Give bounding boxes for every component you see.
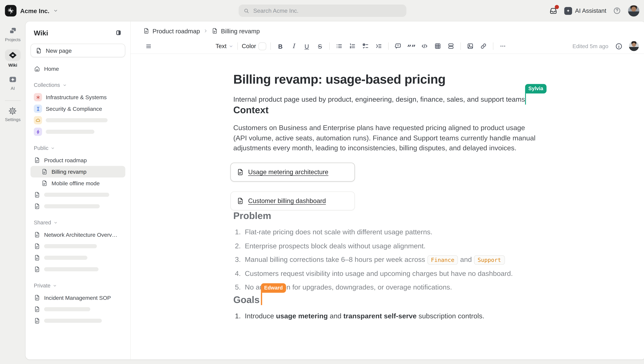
sidebar-item-skeleton[interactable] bbox=[31, 114, 125, 126]
breadcrumb-item[interactable]: Product roadmap bbox=[143, 28, 200, 34]
bullet-list-button[interactable] bbox=[334, 41, 345, 52]
ellipsis-icon bbox=[499, 42, 507, 50]
app-window: Acme Inc. AI Assistant bbox=[0, 0, 644, 364]
collapse-sidebar-button[interactable] bbox=[115, 29, 122, 38]
sidebar-title: Wiki bbox=[34, 29, 48, 38]
rail-item-settings[interactable]: Settings bbox=[5, 107, 21, 122]
search-input[interactable] bbox=[252, 7, 401, 14]
sidebar-item-skeleton[interactable] bbox=[31, 189, 125, 200]
document-body[interactable]: Billing revamp: usage-based pricing Inte… bbox=[131, 54, 644, 359]
ai-assistant-button[interactable]: AI Assistant bbox=[564, 7, 606, 15]
document-icon bbox=[237, 197, 244, 205]
sidebar-item-collection[interactable]: Security & Compliance bbox=[31, 103, 125, 114]
inbox-button[interactable] bbox=[549, 6, 558, 15]
code-button[interactable] bbox=[419, 41, 430, 52]
bold-button[interactable]: B bbox=[275, 41, 286, 52]
file-plus-icon bbox=[36, 47, 42, 54]
toolbar-divider bbox=[237, 42, 238, 50]
sidebar-item-skeleton[interactable] bbox=[31, 315, 125, 326]
table-icon bbox=[434, 42, 442, 50]
document-icon bbox=[41, 180, 48, 186]
skeleton-bar bbox=[46, 130, 94, 134]
chevron-down-icon bbox=[53, 8, 58, 13]
page-link-label: Usage metering architecture bbox=[248, 168, 328, 176]
color-swatch bbox=[258, 42, 266, 50]
new-page-label: New page bbox=[46, 47, 72, 54]
page-link-card[interactable]: Customer billing dashboard bbox=[230, 192, 355, 210]
page-info-button[interactable] bbox=[613, 41, 624, 52]
sidebar-item-skeleton[interactable] bbox=[31, 252, 125, 264]
image-button[interactable] bbox=[465, 41, 476, 52]
search-icon bbox=[243, 8, 249, 14]
section-header-public[interactable]: Public bbox=[34, 145, 122, 151]
split-rows-icon bbox=[447, 42, 455, 50]
color-dropdown[interactable]: Color bbox=[242, 42, 266, 50]
org-logo-icon bbox=[5, 5, 17, 16]
list-item: 3. Manual billing corrections take 6–8 h… bbox=[233, 255, 546, 265]
sidebar-item-skeleton[interactable] bbox=[31, 200, 125, 212]
block-menu-button[interactable] bbox=[143, 41, 154, 52]
underline-button[interactable]: U bbox=[301, 41, 312, 52]
rail-divider bbox=[5, 100, 21, 101]
sidebar-item-home[interactable]: Home bbox=[31, 63, 125, 75]
section-header-shared[interactable]: Shared bbox=[34, 220, 122, 226]
strikethrough-button[interactable]: S bbox=[314, 41, 325, 52]
sidebar-item-skeleton[interactable] bbox=[31, 264, 125, 275]
wiki-sidebar: Wiki New page bbox=[26, 21, 131, 359]
sidebar-item-page[interactable]: Network Architecture Overv… bbox=[31, 229, 125, 240]
sidebar-item-page[interactable]: Mobile offline mode bbox=[31, 178, 125, 189]
comment-button[interactable] bbox=[393, 41, 404, 52]
numbered-list-button[interactable] bbox=[347, 41, 358, 52]
section-heading-context: Context bbox=[233, 104, 629, 116]
help-button[interactable] bbox=[613, 6, 621, 15]
page-title: Billing revamp: usage-based pricing bbox=[233, 72, 629, 86]
sidebar-item-page[interactable]: Incident Management SOP bbox=[31, 292, 125, 304]
sidebar-item-collection[interactable]: Infrastructure & Systems bbox=[31, 91, 125, 103]
sidebar-item-skeleton[interactable] bbox=[31, 126, 125, 138]
new-page-button[interactable]: New page bbox=[31, 44, 125, 57]
page-content: Product roadmap Billing revamp Text bbox=[131, 21, 644, 359]
help-icon bbox=[613, 6, 621, 15]
more-options-button[interactable] bbox=[498, 41, 508, 52]
section-heading-problem: Problem bbox=[233, 210, 629, 222]
breadcrumb: Product roadmap Billing revamp bbox=[131, 21, 644, 38]
skeleton-bar bbox=[44, 244, 97, 248]
rail-item-projects[interactable]: Projects bbox=[5, 26, 21, 42]
blockquote-button[interactable]: ”” bbox=[406, 39, 417, 53]
sidebar-item-page-active[interactable]: Billing revamp bbox=[31, 166, 125, 178]
skeleton-bar bbox=[44, 256, 87, 260]
section-break-button[interactable] bbox=[446, 41, 456, 52]
text-style-dropdown[interactable]: Text bbox=[216, 43, 233, 50]
wiki-icon bbox=[5, 50, 21, 61]
user-avatar[interactable] bbox=[628, 5, 640, 17]
document-icon bbox=[34, 266, 40, 272]
document-icon bbox=[34, 203, 40, 210]
sidebar-item-skeleton[interactable] bbox=[31, 304, 125, 315]
italic-button[interactable]: I bbox=[288, 41, 299, 52]
finance-tag: Finance bbox=[427, 256, 458, 265]
table-button[interactable] bbox=[433, 41, 443, 52]
editor-toolbar: Text Color B I U S bbox=[131, 39, 644, 54]
list-item: 4. Customers request visibility into usa… bbox=[233, 269, 546, 279]
document-icon bbox=[34, 254, 40, 261]
sidebar-item-page[interactable]: Product roadmap bbox=[31, 154, 125, 166]
section-header-private[interactable]: Private bbox=[34, 282, 122, 288]
rail-item-ai[interactable]: AI bbox=[8, 75, 17, 90]
document-icon bbox=[34, 243, 40, 250]
breadcrumb-item[interactable]: Billing revamp bbox=[211, 28, 260, 34]
page-link-card[interactable]: Usage metering architecture bbox=[230, 163, 355, 182]
workspace-switcher[interactable]: Acme Inc. bbox=[0, 5, 124, 16]
code-icon bbox=[421, 42, 428, 50]
link-button[interactable] bbox=[478, 41, 489, 52]
bullet-list-icon bbox=[336, 42, 343, 50]
asterisk-icon bbox=[34, 93, 42, 101]
toggle-list-button[interactable] bbox=[374, 41, 384, 52]
global-search[interactable] bbox=[238, 4, 406, 17]
editor-avatar[interactable] bbox=[629, 41, 639, 51]
rail-item-wiki[interactable]: Wiki bbox=[5, 50, 21, 68]
check-list-button[interactable] bbox=[360, 41, 371, 52]
sidebar-item-skeleton[interactable] bbox=[31, 240, 125, 252]
section-header-collections[interactable]: Collections bbox=[34, 82, 122, 88]
remote-caret bbox=[261, 293, 262, 305]
toolbar-divider bbox=[330, 42, 330, 50]
